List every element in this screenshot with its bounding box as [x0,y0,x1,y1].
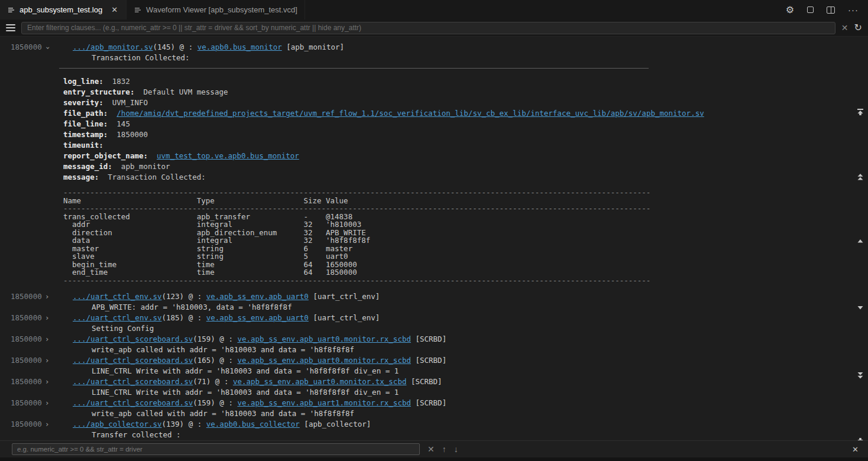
filter-menu-icon[interactable] [6,24,15,31]
detail-row: timeunit: [63,140,649,151]
entry-timestamp[interactable]: 1850000› [11,291,50,302]
expand-chevron-icon[interactable]: › [45,398,50,408]
find-previous-icon[interactable]: ↑ [442,445,446,453]
detail-label: severity: [63,98,103,107]
collapse-chevron-icon[interactable]: › [43,46,53,50]
entry-scope-link[interactable]: ve.apb_ss_env.apb_uart0 [206,313,309,322]
find-clear-icon[interactable]: ✕ [427,445,435,453]
entry-scope-link[interactable]: ve.apb_ss_env.apb_uart0.monitor.tx_scbd [233,377,407,386]
entry-scope-link[interactable]: ve.apb_ss_env.apb_uart0.monitor.rx_scbd [237,356,411,365]
detail-row: message_id: apb_monitor [63,161,649,172]
detail-row: log_line: 1832 [63,76,649,87]
entry-file-link[interactable]: .../uart_ctrl_scoreboard.sv [73,335,193,343]
expand-chevron-icon[interactable]: › [45,419,50,430]
filter-bar: ✕ ↻ [0,20,868,37]
log-entry-header: 1850000›.../uart_ctrl_env.sv(123) @ : ve… [0,291,868,302]
tab-log-file[interactable]: apb_subsystem_test.log ✕ [0,0,127,20]
detail-value-link[interactable]: uvm_test_top.ve.apb0.bus_monitor [157,151,299,160]
entry-scope-link[interactable]: ve.apb_ss_env.apb_uart0 [206,292,309,301]
table-row: data integral 32 'h8f8f8f8f [63,236,649,245]
detail-value: 1832 [112,77,130,86]
log-entries: 1850000›.../apb_monitor.sv(145) @ : ve.a… [0,42,868,440]
expand-chevron-icon[interactable]: › [45,291,50,302]
detail-label: message_id: [63,162,112,171]
waveform-file-icon [134,6,142,14]
detail-row: file_path: /home/amiq/dvt_predefined_pro… [63,108,649,119]
filter-clear-icon[interactable]: ✕ [841,24,848,32]
scroll-to-bottom-button[interactable] [856,437,865,440]
entry-scope-link[interactable]: ve.apb_ss_env.apb_uart1.monitor.rx_scbd [237,398,411,407]
find-close-icon[interactable]: ✕ [852,446,859,453]
detail-label: timestamp: [63,130,108,139]
entry-timestamp[interactable]: 1850000› [11,313,50,323]
find-next-icon[interactable]: ↓ [454,445,458,453]
expand-chevron-icon[interactable]: › [45,334,50,345]
split-editor-icon[interactable] [827,7,835,14]
entry-file-link[interactable]: .../uart_ctrl_scoreboard.sv [73,377,193,386]
detail-value: UVM_INFO [112,98,148,107]
detail-label: log_line: [63,77,103,86]
filter-input[interactable] [21,22,835,34]
table-row: end_time time 64 1850000 [63,268,649,277]
detail-row: timestamp: 1850000 [63,129,649,140]
entry-scope-link[interactable]: ve.apb0.bus_collector [206,420,300,428]
settings-gear-icon[interactable]: ⚙ [786,5,794,15]
entry-timestamp[interactable]: 1850000› [11,419,50,430]
entry-message: write_apb called with addr = 'h810003 an… [0,408,868,419]
entry-scope-link[interactable]: ve.apb0.bus_monitor [197,43,282,51]
log-entry-header: 1850000›.../apb_collector.sv(139) @ : ve… [0,419,868,430]
expand-chevron-icon[interactable]: › [45,313,50,323]
find-input[interactable] [12,443,420,455]
log-entry-header: 1850000›.../uart_ctrl_scoreboard.sv(159)… [0,334,868,345]
expand-chevron-icon[interactable]: › [45,355,50,366]
table-row: master string 6 master [63,245,649,253]
refresh-icon[interactable]: ↻ [854,23,862,33]
tab-log-label: apb_subsystem_test.log [20,5,102,14]
page-up-button[interactable] [856,173,865,183]
detail-label: file_line: [63,119,108,128]
detail-value-link[interactable]: /home/amiq/dvt_predefined_projects_targe… [116,109,704,118]
table-separator: ----------------------------------------… [63,189,649,197]
scroll-to-top-button[interactable] [856,108,865,118]
table-header-row: Name Type Size Value [63,197,649,205]
detail-row: severity: UVM_INFO [63,98,649,108]
entry-file-link[interactable]: .../uart_ctrl_env.sv [73,313,162,322]
entry-message: APB_WRITE: addr = 'h810003, data = 'h8f8… [0,302,868,313]
log-entry-header: 1850000›.../uart_ctrl_scoreboard.sv(165)… [0,355,868,366]
entry-file-link[interactable]: .../uart_ctrl_env.sv [73,292,162,301]
detail-label: timeunit: [63,141,103,150]
expand-chevron-icon[interactable]: › [45,376,50,387]
entry-message: Setting Config [0,323,868,334]
page-down-button[interactable] [856,372,865,381]
uvm-field-table: ----------------------------------------… [63,189,649,284]
entry-file-link[interactable]: .../apb_collector.sv [73,420,162,428]
entry-message: LINE_CTRL Write with addr = 'h810003 and… [0,387,868,398]
entry-timestamp[interactable]: 1850000› [11,355,50,366]
entry-file-link[interactable]: .../apb_monitor.sv [73,43,153,51]
table-row: trans_collected apb_transfer - @14838 [63,213,649,221]
detail-label: report_object_name: [63,151,148,160]
layout-square-icon[interactable] [807,7,814,13]
find-bar: ✕ ↑ ↓ ✕ [0,440,868,457]
step-down-button[interactable] [856,304,865,313]
table-row: direction apb_direction_enum 32 APB_WRIT… [63,229,649,237]
detail-label: entry_structure: [63,87,134,96]
entry-scope-link[interactable]: ve.apb_ss_env.apb_uart0.monitor.rx_scbd [237,335,411,343]
entry-timestamp[interactable]: 1850000› [11,42,50,53]
tab-close-icon[interactable]: ✕ [110,5,119,14]
entry-timestamp[interactable]: 1850000› [11,376,50,387]
entry-file-link[interactable]: .../uart_ctrl_scoreboard.sv [73,398,193,407]
tab-waveform-label: Waveform Viewer [apb_subsystem_test.vcd] [146,5,297,14]
detail-row: entry_structure: Default UVM message [63,87,649,98]
entry-timestamp[interactable]: 1850000› [11,398,50,408]
tab-waveform-viewer[interactable]: Waveform Viewer [apb_subsystem_test.vcd] [127,0,305,20]
entry-message: write_apb called with addr = 'h810003 an… [0,345,868,355]
log-view: 1850000›.../apb_monitor.sv(145) @ : ve.a… [0,37,868,440]
entry-file-link[interactable]: .../uart_ctrl_scoreboard.sv [73,356,193,365]
entry-timestamp[interactable]: 1850000› [11,334,50,345]
step-up-button[interactable] [856,237,865,246]
bottom-strip [0,457,868,461]
detail-row: file_line: 145 [63,119,649,129]
log-file-icon [7,6,15,14]
more-actions-icon[interactable]: ··· [848,5,859,14]
